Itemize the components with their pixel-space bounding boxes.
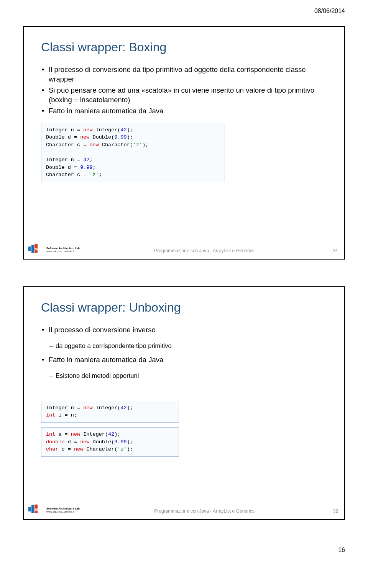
logo-text-line1: Software Architecture Lab: [46, 247, 80, 250]
slide-unboxing: Classi wrapper: Unboxing Il processo di …: [23, 286, 345, 520]
bullet-item: Il processo di conversione inverso: [41, 325, 327, 335]
logo-text-line2: www.sal.disco.unimib.it: [46, 250, 80, 253]
page-number: 16: [23, 547, 345, 554]
bullet-item: Fatto in maniera automatica da Java: [41, 106, 327, 116]
footer-center: Programmazione con Java - ArrayList e Ge…: [80, 508, 329, 514]
bullet-item: Si può pensare come ad una «scatola» in …: [41, 86, 327, 105]
bullet-item: Il processo di conversione da tipo primi…: [41, 65, 327, 84]
slide-title: Classi wrapper: Unboxing: [41, 301, 327, 315]
footer-center: Programmazione con Java - ArrayList e Ge…: [80, 248, 329, 253]
slide-boxing: Classi wrapper: Boxing Il processo di co…: [23, 26, 345, 260]
svg-rect-5: [31, 505, 34, 513]
bullet-list: Il processo di conversione inverso: [41, 325, 327, 335]
svg-text:sal: sal: [35, 247, 40, 251]
page-date: 08/06/2014: [23, 8, 345, 15]
sub-bullet-list: da oggetto a corrispondente tipo primiti…: [41, 342, 327, 350]
svg-rect-0: [28, 247, 31, 251]
svg-rect-4: [28, 507, 31, 511]
sub-bullet-list: Esistono dei metodi opportuni: [41, 372, 327, 380]
sub-bullet-item: Esistono dei metodi opportuni: [41, 372, 327, 380]
slide-footer: sal Software Architecture Lab www.sal.di…: [24, 505, 344, 515]
logo: sal Software Architecture Lab www.sal.di…: [28, 244, 80, 253]
bullet-list: Fatto in maniera automatica da Java: [41, 355, 327, 365]
bullet-item: Fatto in maniera automatica da Java: [41, 355, 327, 365]
sal-logo-icon: sal: [28, 244, 45, 253]
footer-page: 32: [329, 508, 338, 514]
code-box: int a = new Integer(42); double d = new …: [41, 427, 179, 457]
logo: sal Software Architecture Lab www.sal.di…: [28, 505, 80, 514]
code-box: Integer n = new Integer(42); int i = n;: [41, 401, 179, 423]
code-box: Integer n = new Integer(42); Double d = …: [41, 123, 225, 182]
sub-bullet-item: da oggetto a corrispondente tipo primiti…: [41, 342, 327, 350]
slide-footer: sal Software Architecture Lab www.sal.di…: [24, 244, 344, 255]
logo-text-line1: Software Architecture Lab: [46, 507, 80, 510]
svg-rect-1: [31, 245, 34, 253]
sal-logo-icon: sal: [28, 505, 45, 514]
slide-title: Classi wrapper: Boxing: [41, 40, 327, 54]
footer-page: 31: [329, 248, 338, 253]
bullet-list: Il processo di conversione da tipo primi…: [41, 65, 327, 116]
svg-text:sal: sal: [35, 507, 40, 511]
logo-text-line2: www.sal.disco.unimib.it: [46, 510, 80, 513]
